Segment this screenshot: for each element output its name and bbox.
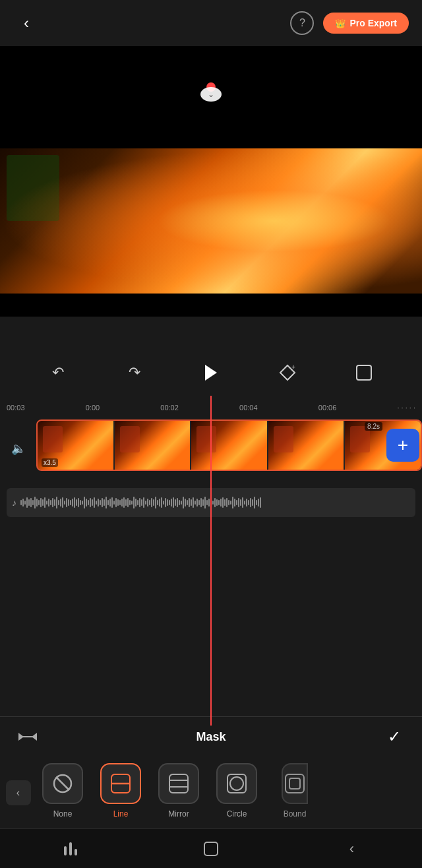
video-frame [0,148,422,294]
waveform-bar [228,500,229,505]
ts-2: 00:02 [160,404,179,412]
mask-prev-button[interactable]: ‹ [0,757,36,829]
waveform-bar [24,501,26,505]
pro-export-label: Pro Export [349,18,397,28]
svg-rect-10 [169,774,188,793]
waveform-bar [42,499,44,506]
waveform-bar [181,501,182,505]
nav-menu-button[interactable] [54,832,87,865]
waveform-bar [230,501,231,505]
ts-3: 00:04 [239,404,258,412]
waveform-bar [195,501,196,505]
waveform-bar [127,498,129,507]
waveform-display [20,496,410,509]
waveform-bar [133,497,135,509]
waveform-bar [48,499,49,507]
ts-4: 00:06 [318,404,337,412]
waveform-bar [26,497,28,508]
waveform-bar [179,500,180,505]
waveform-bar [254,497,255,509]
mask-none-icon-box [42,763,83,804]
waveform-bar [40,498,42,507]
play-button[interactable] [196,358,226,387]
waveform-bar [129,500,131,505]
back-button[interactable]: ‹ [13,10,40,36]
waveform-bar [155,497,156,509]
waveform-bar [96,501,97,505]
mask-item-none[interactable]: None [36,763,89,819]
waveform-bar [171,499,172,507]
waveform-bar [252,499,253,506]
waveform-bar [66,498,67,507]
bound-mask-icon [283,772,307,795]
waveform-bar [76,499,77,506]
question-icon: ? [299,17,305,29]
waveform-bar [82,501,83,505]
help-button[interactable]: ? [290,11,314,35]
bar1 [64,846,67,855]
waveform-bar [153,499,154,506]
back-arrow-icon: ‹ [24,14,29,32]
duration-badge: 8.2s [365,422,382,431]
nav-back-button[interactable]: ‹ [335,832,368,865]
waveform-bar [177,498,178,507]
waveform-bar [104,499,105,506]
video-track[interactable]: x3.5 8.2s + [36,419,422,471]
pro-export-button[interactable]: 👑 Pro Export [323,13,409,34]
waveform-bar [36,499,38,507]
undo-icon: ↶ [52,364,64,381]
undo-button[interactable]: ↶ [44,358,73,387]
waveform-bar [74,497,75,508]
waveform-bar [139,498,140,507]
waveform-bar [167,499,168,506]
waveform-bar [248,500,249,505]
mask-item-mirror[interactable]: Mirror [152,763,205,819]
home-square-icon [204,842,218,856]
mask-split-arrows-button[interactable] [13,722,42,751]
confirm-button[interactable]: ✓ [380,722,409,751]
svg-marker-5 [32,733,37,741]
svg-rect-15 [286,774,304,793]
mirror-mask-icon [167,772,191,795]
waveform-bar [183,497,184,509]
waveform-bar [115,498,117,507]
waveform-bar [175,499,176,506]
mask-item-bound[interactable]: Bound [268,763,321,819]
music-note-icon: ♪ [12,497,16,508]
waveform-bar [143,497,144,508]
bottom-nav: ‹ [0,828,422,868]
mask-none-label: None [53,809,73,819]
mask-prev-inner: ‹ [6,780,31,805]
mask-item-line[interactable]: Line [94,763,147,819]
bar3 [75,849,77,855]
waveform-bar [88,500,89,505]
waveform-bar [250,498,251,507]
waveform-bar [44,497,45,508]
nav-back-arrow-icon: ‹ [349,840,354,857]
waveform-bar [86,499,87,507]
waveform-bar [224,499,226,506]
waveform-bar [50,500,51,505]
waveform-bar [117,499,119,506]
chevron-down-icon[interactable]: ⌄ [200,87,222,102]
waveform-bar [187,500,188,505]
mask-item-circle[interactable]: Circle [210,763,263,819]
add-clip-button[interactable]: + [386,429,419,462]
audio-volume-button[interactable]: 🔈 [7,437,30,460]
waveform-bar [161,497,162,508]
waveform-bar [198,500,200,505]
waveform-bar [151,498,152,507]
waveform-bar [30,498,32,507]
waveform-bar [216,499,218,506]
waveform-bar [20,500,22,505]
waveform-bar [98,499,99,507]
magic-button[interactable]: + [273,358,302,387]
redo-button[interactable]: ↷ [120,358,149,387]
waveform-bar [106,497,107,509]
waveform-bar [111,497,113,508]
fullscreen-button[interactable] [349,358,378,387]
waveform-bar [58,500,59,505]
waveform-bar [113,501,115,505]
mask-bound-label: Bound [284,809,307,819]
nav-home-button[interactable] [195,832,227,865]
